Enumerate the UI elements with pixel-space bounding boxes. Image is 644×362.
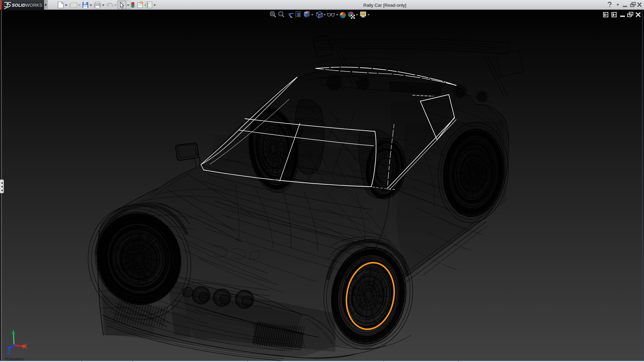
svg-text:Rally Car [Read-only]: Rally Car [Read-only] — [363, 3, 406, 8]
svg-text:SOLIDWORKS: SOLIDWORKS — [12, 3, 42, 8]
